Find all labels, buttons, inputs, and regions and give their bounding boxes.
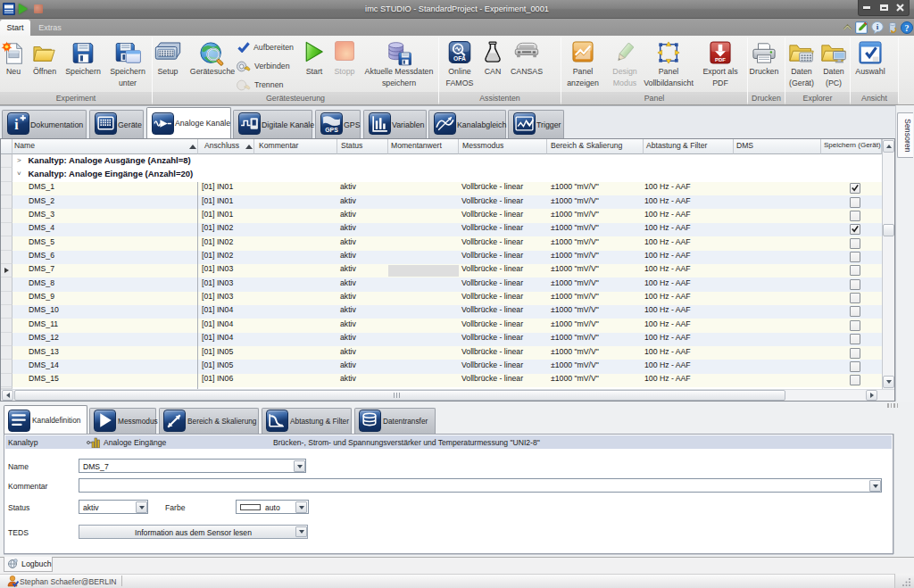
svg-text:i: i xyxy=(14,117,19,132)
svg-text:?: ? xyxy=(905,23,910,33)
svg-text:GPS: GPS xyxy=(325,127,338,133)
svg-text:OFA: OFA xyxy=(453,55,466,62)
svg-text:PDF: PDF xyxy=(715,57,726,62)
